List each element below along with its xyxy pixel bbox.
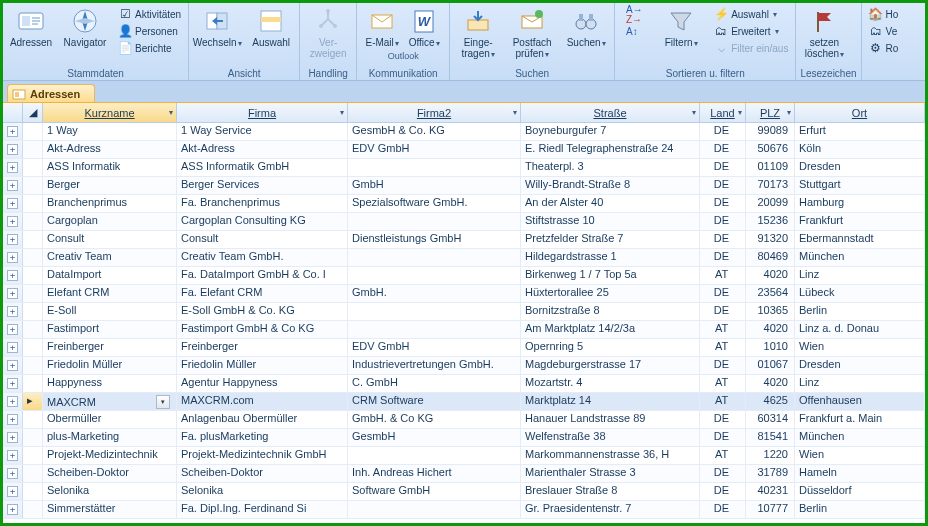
cell[interactable]: Breslauer Straße 8 [521, 483, 700, 500]
row-selector[interactable] [23, 177, 43, 194]
tab-adressen[interactable]: Adressen [7, 84, 95, 102]
cell[interactable]: Hamburg [795, 195, 925, 212]
expand-icon[interactable]: + [7, 216, 18, 227]
eingetragen-btn[interactable]: Einge- tragen▾ [454, 5, 502, 62]
cell[interactable]: 1 Way [43, 123, 177, 140]
cell[interactable]: Frankfurt a. Main [795, 411, 925, 428]
cell[interactable]: DE [700, 141, 746, 158]
row-selector[interactable] [23, 303, 43, 320]
cell[interactable]: Fa. plusMarketing [177, 429, 348, 446]
expand-cell[interactable]: + [3, 375, 23, 392]
cell[interactable]: Fa. Branchenprimus [177, 195, 348, 212]
cell[interactable]: Projekt-Medizintechnik GmbH [177, 447, 348, 464]
cell[interactable]: 4020 [746, 375, 795, 392]
expand-icon[interactable]: + [7, 468, 18, 479]
expand-cell[interactable]: + [3, 321, 23, 338]
cell[interactable]: Mozartstr. 4 [521, 375, 700, 392]
cell[interactable]: Ebermannstadt [795, 231, 925, 248]
row-selector[interactable] [23, 501, 43, 518]
cell[interactable] [348, 303, 521, 320]
cell[interactable]: Friedolin Müller [177, 357, 348, 374]
cell[interactable]: 40231 [746, 483, 795, 500]
cell[interactable]: 1010 [746, 339, 795, 356]
cell[interactable]: 01109 [746, 159, 795, 176]
cell[interactable]: Friedolin Müller [43, 357, 177, 374]
expand-icon[interactable]: + [7, 306, 18, 317]
cell[interactable]: 1 Way Service [177, 123, 348, 140]
cell[interactable]: München [795, 429, 925, 446]
row-selector[interactable] [23, 447, 43, 464]
table-row[interactable]: +ObermüllerAnlagenbau ObermüllerGmbH. & … [3, 411, 925, 429]
expand-cell[interactable]: + [3, 177, 23, 194]
expand-icon[interactable]: + [7, 324, 18, 335]
setzen-loeschen-btn[interactable]: setzen löschen▾ [800, 5, 848, 62]
cell[interactable]: Creativ Team GmbH. [177, 249, 348, 266]
cell[interactable]: Am Marktplatz 14/2/3a [521, 321, 700, 338]
cell[interactable]: MAXCRM.com [177, 393, 348, 410]
expand-icon[interactable]: + [7, 270, 18, 281]
cell[interactable]: AT [700, 321, 746, 338]
cell[interactable]: Consult [43, 231, 177, 248]
cell[interactable]: GesmbH [348, 429, 521, 446]
row-selector[interactable] [23, 123, 43, 140]
cell[interactable]: ASS Informatik GmbH [177, 159, 348, 176]
cell[interactable]: AT [700, 267, 746, 284]
cell[interactable]: Boyneburgufer 7 [521, 123, 700, 140]
cell[interactable]: Happyness [43, 375, 177, 392]
hdr-ort[interactable]: Ort [795, 103, 925, 122]
cell[interactable]: AT [700, 375, 746, 392]
cell[interactable]: Agentur Happyness [177, 375, 348, 392]
cell[interactable]: 4625 [746, 393, 795, 410]
cell[interactable]: DE [700, 429, 746, 446]
cell[interactable]: Offenhausen [795, 393, 925, 410]
row-selector[interactable] [23, 321, 43, 338]
cell[interactable]: Scheiben-Doktor [43, 465, 177, 482]
expand-icon[interactable]: + [7, 198, 18, 209]
cell[interactable]: Dienstleistungs GmbH [348, 231, 521, 248]
cell[interactable]: E-Soll [43, 303, 177, 320]
cell[interactable]: Freinberger [177, 339, 348, 356]
expand-icon[interactable]: + [7, 504, 18, 515]
expand-cell[interactable]: + [3, 303, 23, 320]
cell[interactable]: Linz [795, 375, 925, 392]
cell[interactable]: 10777 [746, 501, 795, 518]
expand-icon[interactable]: + [7, 234, 18, 245]
cell[interactable]: Bornitzstraße 8 [521, 303, 700, 320]
cell[interactable]: Berger [43, 177, 177, 194]
cell[interactable]: AT [700, 393, 746, 410]
expand-cell[interactable]: + [3, 357, 23, 374]
row-selector[interactable] [23, 285, 43, 302]
cell[interactable]: Branchenprimus [43, 195, 177, 212]
home-btn[interactable]: 🏠Ho [866, 6, 902, 22]
cell[interactable]: 99089 [746, 123, 795, 140]
table-row[interactable]: +1 Way1 Way ServiceGesmbH & Co. KGBoyneb… [3, 123, 925, 141]
expand-cell[interactable]: + [3, 411, 23, 428]
expand-cell[interactable]: + [3, 123, 23, 140]
cell[interactable]: DE [700, 249, 746, 266]
cell[interactable]: Wien [795, 447, 925, 464]
expand-icon[interactable]: + [7, 288, 18, 299]
cell[interactable]: Anlagenbau Obermüller [177, 411, 348, 428]
expand-cell[interactable]: + [3, 285, 23, 302]
cell[interactable]: 91320 [746, 231, 795, 248]
personen-btn[interactable]: 👤Personen [115, 23, 184, 39]
row-selector[interactable] [23, 483, 43, 500]
cell[interactable]: Obermüller [43, 411, 177, 428]
table-row[interactable]: +CargoplanCargoplan Consulting KGStiftst… [3, 213, 925, 231]
cell[interactable] [348, 159, 521, 176]
cell[interactable]: 81541 [746, 429, 795, 446]
expand-icon[interactable]: + [7, 360, 18, 371]
hdr-land[interactable]: Land▾ [700, 103, 746, 122]
cell[interactable]: E. Riedl Telegraphenstraße 24 [521, 141, 700, 158]
cell[interactable]: Linz [795, 267, 925, 284]
cell[interactable]: Fa. DipI.Ing. Ferdinand Si [177, 501, 348, 518]
expand-cell[interactable]: + [3, 141, 23, 158]
cell[interactable]: Berlin [795, 501, 925, 518]
table-row[interactable]: +Akt-AdressAkt-AdressEDV GmbHE. Riedl Te… [3, 141, 925, 159]
cell[interactable] [348, 321, 521, 338]
cell[interactable]: 15236 [746, 213, 795, 230]
row-selector[interactable] [23, 429, 43, 446]
filter-toggle-btn[interactable]: ⌵Filter ein/aus [711, 40, 791, 56]
cell[interactable]: Creativ Team [43, 249, 177, 266]
cell[interactable]: Berlin [795, 303, 925, 320]
